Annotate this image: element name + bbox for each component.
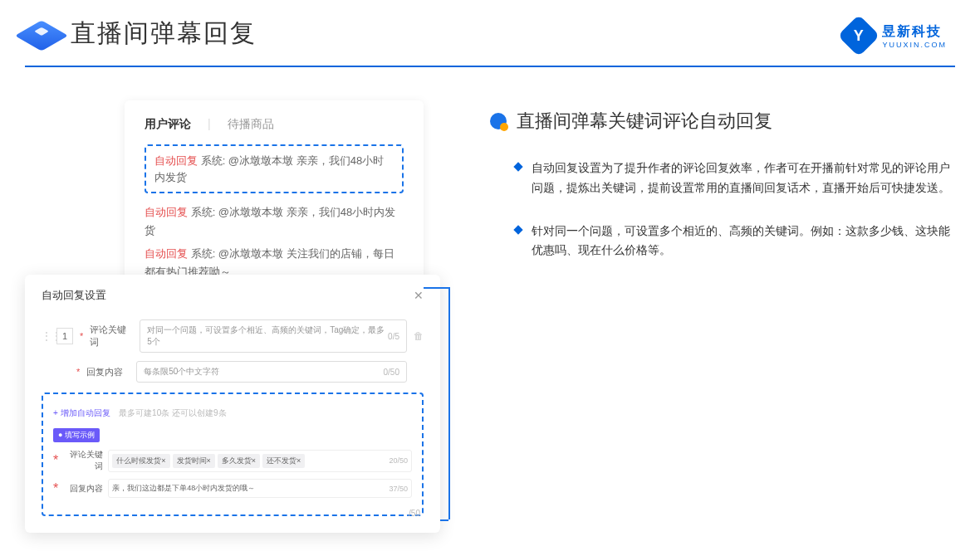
brand-icon bbox=[838, 15, 880, 57]
tab-user-comments[interactable]: 用户评论 bbox=[145, 117, 191, 132]
content-input[interactable]: 每条限50个中文字符 0/50 bbox=[136, 361, 407, 383]
trash-icon[interactable]: 🗑 bbox=[414, 330, 424, 342]
ex-content-label: 回复内容 bbox=[63, 483, 103, 495]
bullet-text: 自动回复设置为了提升作者的评论回复效率，作者可在开播前针对常见的评论用户问题，提… bbox=[532, 158, 955, 198]
required-dot: * bbox=[76, 367, 80, 377]
keyword-row: ⋮⋮ 1 * 评论关键词 对同一个问题，可设置多个相近、高频的关键词，Tag确定… bbox=[42, 319, 424, 353]
comments-card: 用户评论 | 待播商品 自动回复 系统: @冰墩墩本墩 亲亲，我们48小时内发货… bbox=[125, 100, 424, 303]
example-content-row: * 回复内容 亲，我们这边都是下单48小时内发货的哦～ 37/50 bbox=[53, 479, 412, 498]
auto-reply-tag: 自动回复 bbox=[154, 154, 198, 167]
connector-line bbox=[440, 519, 448, 521]
keyword-tags-input[interactable]: 什么时候发货× 发货时间× 多久发货× 还不发货× 20/50 bbox=[108, 450, 412, 472]
cube-icon bbox=[25, 17, 58, 51]
comment-item: 自动回复 系统: @冰墩墩本墩 亲亲，我们48小时内发货 bbox=[145, 203, 404, 240]
keyword-tag[interactable]: 还不发货× bbox=[262, 454, 305, 468]
bullet-item: 针对同一个问题，可设置多个相近的、高频的关键词。例如：这款多少钱、这块能优惠吗、… bbox=[515, 222, 955, 261]
brand-logo: 昱新科技 YUUXIN.COM bbox=[844, 21, 947, 51]
highlighted-comment: 自动回复 系统: @冰墩墩本墩 亲亲，我们48小时内发货 bbox=[145, 144, 404, 193]
example-badge: ● 填写示例 bbox=[53, 428, 100, 442]
section-title-row: 直播间弹幕关键词评论自动回复 bbox=[490, 109, 955, 134]
drag-handle-icon[interactable]: ⋮⋮ bbox=[42, 330, 50, 342]
keyword-input[interactable]: 对同一个问题，可设置多个相近、高频的关键词，Tag确定，最多5个 0/5 bbox=[140, 319, 407, 353]
page-title: 直播间弹幕回复 bbox=[71, 17, 257, 51]
tab-separator: | bbox=[208, 117, 211, 132]
comment-tabs: 用户评论 | 待播商品 bbox=[145, 117, 404, 132]
ex-content-text: 亲，我们这边都是下单48小时内发货的哦～ bbox=[112, 483, 255, 494]
content-counter: 0/50 bbox=[384, 368, 399, 377]
keyword-tag[interactable]: 什么时候发货× bbox=[112, 454, 169, 468]
connector-line bbox=[424, 287, 448, 289]
row-number: 1 bbox=[56, 328, 73, 344]
close-icon[interactable]: ✕ bbox=[414, 289, 424, 302]
example-box: + 增加自动回复 最多可建10条 还可以创建9条 ● 填写示例 * 评论关键词 … bbox=[42, 393, 424, 516]
required-dot: * bbox=[53, 453, 58, 468]
brand-name: 昱新科技 bbox=[882, 23, 947, 41]
add-auto-reply-link[interactable]: + 增加自动回复 bbox=[53, 407, 110, 419]
connector-line bbox=[448, 287, 450, 519]
content-placeholder: 每条限50个中文字符 bbox=[144, 366, 219, 378]
add-hint: 最多可建10条 还可以创建9条 bbox=[119, 408, 226, 417]
required-dot: * bbox=[80, 331, 83, 341]
content-label: 回复内容 bbox=[86, 366, 130, 378]
content-row: * 回复内容 每条限50个中文字符 0/50 bbox=[42, 361, 424, 383]
auto-reply-tag: 自动回复 bbox=[145, 247, 188, 260]
example-content-input[interactable]: 亲，我们这边都是下单48小时内发货的哦～ 37/50 bbox=[108, 479, 412, 498]
auto-reply-settings-card: 自动回复设置 ✕ ⋮⋮ 1 * 评论关键词 对同一个问题，可设置多个相近、高频的… bbox=[25, 275, 440, 533]
diamond-icon bbox=[513, 162, 522, 171]
section-heading: 直播间弹幕关键词评论自动回复 bbox=[517, 109, 772, 134]
example-keyword-row: * 评论关键词 什么时候发货× 发货时间× 多久发货× 还不发货× 20/50 bbox=[53, 449, 412, 472]
ex-kw-counter: 20/50 bbox=[389, 456, 408, 465]
keyword-counter: 0/5 bbox=[388, 332, 399, 341]
auto-reply-tag: 自动回复 bbox=[145, 206, 188, 218]
keyword-label: 评论关键词 bbox=[90, 324, 133, 349]
tab-pending-goods[interactable]: 待播商品 bbox=[228, 117, 274, 132]
ex-keyword-label: 评论关键词 bbox=[63, 449, 103, 472]
page-header: 直播间弹幕回复 bbox=[0, 0, 980, 59]
bullet-item: 自动回复设置为了提升作者的评论回复效率，作者可在开播前针对常见的评论用户问题，提… bbox=[515, 158, 955, 198]
keyword-tag[interactable]: 多久发货× bbox=[218, 454, 260, 468]
bullet-circle-icon bbox=[490, 113, 507, 129]
diamond-icon bbox=[513, 225, 522, 234]
keyword-placeholder: 对同一个问题，可设置多个相近、高频的关键词，Tag确定，最多5个 bbox=[147, 324, 388, 348]
bottom-counter: /50 bbox=[409, 509, 420, 518]
brand-url: YUUXIN.COM bbox=[882, 41, 947, 49]
ex-content-counter: 37/50 bbox=[389, 485, 408, 493]
keyword-tag[interactable]: 发货时间× bbox=[173, 454, 215, 468]
bullet-text: 针对同一个问题，可设置多个相近的、高频的关键词。例如：这款多少钱、这块能优惠吗、… bbox=[532, 222, 955, 261]
required-dot: * bbox=[53, 481, 58, 496]
settings-title: 自动回复设置 bbox=[42, 288, 106, 303]
